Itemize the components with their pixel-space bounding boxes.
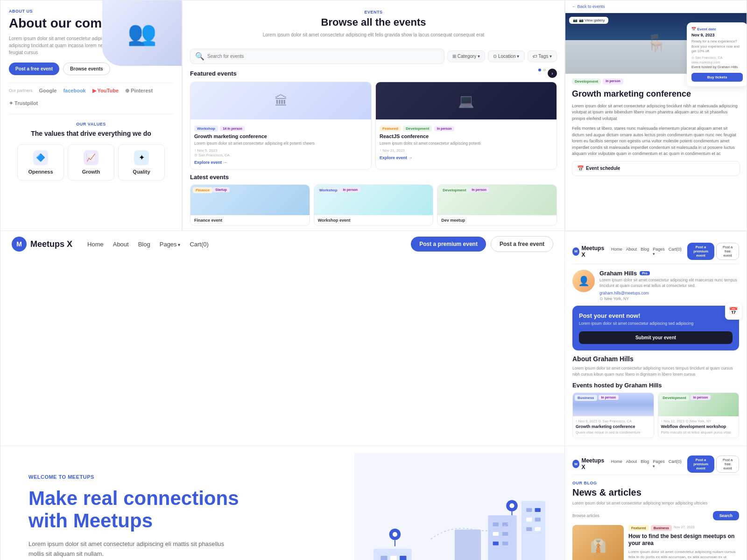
news-article: 👔 Featured Business Nov 27, 2023 How to … (572, 525, 739, 560)
category-filter[interactable]: ⊞ Category ▾ (447, 50, 485, 62)
post-event-button[interactable]: Post a free event (9, 63, 59, 75)
news-mini-logo-text: Meetups X (581, 457, 605, 470)
openness-label: Openness (21, 169, 60, 175)
hero-subtitle: Lorem ipsum dolor sit amet consectetur a… (28, 539, 225, 559)
profile-name: Graham Hills (599, 270, 637, 277)
svg-rect-12 (493, 541, 499, 545)
submit-event-btn[interactable]: Submit your event (579, 331, 733, 344)
article-date: Nov 27, 2023 (674, 525, 695, 531)
news-nav-pages[interactable]: Pages ▾ (653, 459, 665, 469)
events-hosted-section: Events hosted by Graham Hills Business I… (572, 382, 739, 438)
mini-nav-pages[interactable]: Pages ▾ (653, 247, 665, 256)
event-1-img-placeholder: 🏛 (275, 93, 288, 109)
news-nav-cart[interactable]: Cart(0) (669, 459, 682, 469)
hero-title-highlight: Meetups (73, 510, 153, 532)
about-hero-image: 👥 (102, 0, 182, 66)
profile-mini-logo: M Meetups X (572, 245, 606, 258)
nav-home[interactable]: Home (87, 241, 104, 248)
hosted-2-badge1: Development (660, 395, 689, 401)
mini-logo-icon: M (572, 247, 579, 256)
browse-articles-link[interactable]: Browse articles (572, 513, 599, 518)
mini-nav-home[interactable]: Home (611, 247, 622, 256)
browse-events-button[interactable]: Browse events (63, 63, 110, 75)
nav-post-free-btn[interactable]: Post a free event (491, 236, 553, 252)
article-badges: Featured Business Nov 27, 2023 (628, 525, 739, 531)
event-2-link[interactable]: Explore event → (380, 155, 413, 160)
hero-illustration (354, 446, 564, 560)
trustpilot-logo: ✦ Trustpilot (9, 100, 38, 106)
nav-post-premium-btn[interactable]: Post a premium event (411, 237, 486, 252)
event-detail-panel: ← Back to events 🪑 📷 📷 View gallery 📅 Ev… (565, 0, 747, 231)
values-label: OUR VALUES (17, 122, 165, 126)
article-body: Featured Business Nov 27, 2023 How to fi… (628, 525, 739, 560)
events-tag: EVENTS (194, 10, 553, 14)
news-nav-blog[interactable]: Blog (641, 459, 649, 469)
search-icon: 🔍 (195, 52, 204, 61)
event-detail-title: Growth marketing conference (572, 89, 740, 99)
news-search-btn[interactable]: Search (713, 511, 739, 520)
hosted-2-date: ↑ Nov 12, 2023 ⊙ New York, NY (661, 419, 736, 423)
svg-rect-5 (488, 515, 516, 560)
event-2-person-badge: In person (434, 126, 455, 131)
mini-post-free-btn[interactable]: Post a free event (716, 243, 739, 260)
hero-title: Make real connections with Meetups (28, 487, 281, 532)
news-nav-about[interactable]: About (626, 459, 637, 469)
hosted-2-desc: Porto maculis sit et tellus aliquam puru… (661, 430, 736, 435)
event-1-location: ⊙ San Francisco, CA (194, 153, 367, 157)
featured-title: Featured events (190, 70, 237, 77)
values-title: The values that drive everything we do (17, 129, 165, 138)
mini-nav-cart[interactable]: Cart(0) (669, 247, 682, 256)
mini-nav-about[interactable]: About (626, 247, 637, 256)
featured-events-section: Featured events › 🏛 Workshop 14 In perso… (183, 69, 564, 174)
value-card-quality: ✦ Quality (118, 144, 165, 181)
events-header: EVENTS Browse all the events Lorem ipsum… (183, 0, 564, 49)
events-title: Browse all the events (194, 16, 553, 28)
nav-pages[interactable]: Pages (160, 241, 181, 248)
latest-3-img: Development In person (437, 185, 557, 215)
featured-event-cards: 🏛 Workshop 14 In person Growth marketing… (190, 82, 557, 170)
latest-2-body: Workshop event (314, 215, 433, 225)
latest-1-badge: Finance (193, 187, 212, 193)
svg-rect-21 (381, 556, 387, 560)
news-title: News & articles (572, 487, 739, 498)
news-post-free-btn[interactable]: Post a free event (716, 455, 739, 473)
mini-nav-blog[interactable]: Blog (641, 247, 649, 256)
event-2-dev-badge: Development (403, 126, 432, 132)
tags-filter[interactable]: 🏷 Tags ▾ (528, 50, 557, 62)
latest-event-1: Finance Startup Finance event (190, 184, 310, 226)
location-filter[interactable]: ⊙ Location ▾ (488, 50, 524, 62)
popup-website: www.marketup.com (691, 61, 743, 64)
hosted-event-cards: Business In person ↑ Nov 9, 2023 ⊙ San F… (572, 392, 739, 438)
facebook-logo: facebook (63, 88, 85, 93)
nav-blog[interactable]: Blog (138, 241, 150, 248)
event-1-title: Growth marketing conference (194, 133, 367, 140)
events-subtitle: Lorem ipsum dolor sit amet consectetur a… (194, 31, 553, 38)
news-post-premium-btn[interactable]: Post a premium event (687, 455, 714, 473)
mini-post-premium-btn[interactable]: Post a premium event (687, 243, 714, 260)
hosted-1-title: Growth marketing conference (576, 424, 651, 429)
buy-tickets-btn[interactable]: Buy tickets (691, 73, 743, 82)
nav-next-btn[interactable]: › (548, 69, 557, 78)
news-nav-home[interactable]: Home (611, 459, 622, 469)
nav-dot-1 (538, 69, 541, 71)
openness-icon: 🔷 (33, 150, 48, 165)
svg-rect-15 (535, 508, 541, 512)
nav-actions: Post a premium event Post a free event (411, 236, 553, 252)
popup-promo: Ready for a new experience? Book your ex… (691, 39, 743, 54)
view-photos-btn[interactable]: 📷 📷 View gallery (569, 17, 608, 24)
back-to-events-link[interactable]: ← Back to events (565, 0, 747, 13)
hosted-1-desc: Quam vitae neque in sed la condimentum (576, 430, 651, 435)
nav-logo: M Meetups X (12, 237, 72, 252)
event-1-link[interactable]: Explore event → (194, 160, 227, 165)
svg-rect-22 (390, 556, 397, 560)
nav-cart[interactable]: Cart(0) (190, 241, 208, 248)
value-card-growth: 📈 Growth (68, 144, 114, 181)
event-2-img-placeholder: 💻 (458, 93, 474, 109)
detail-hero-icon: 🪑 (646, 34, 667, 53)
hosted-2-img: Development In person (658, 393, 739, 416)
events-search-input[interactable] (207, 54, 439, 59)
events-search-input-wrap[interactable]: 🔍 (190, 49, 444, 64)
svg-rect-8 (493, 522, 499, 526)
mini-nav-actions: Post a premium event Post a free event (687, 243, 739, 260)
nav-about[interactable]: About (113, 241, 129, 248)
